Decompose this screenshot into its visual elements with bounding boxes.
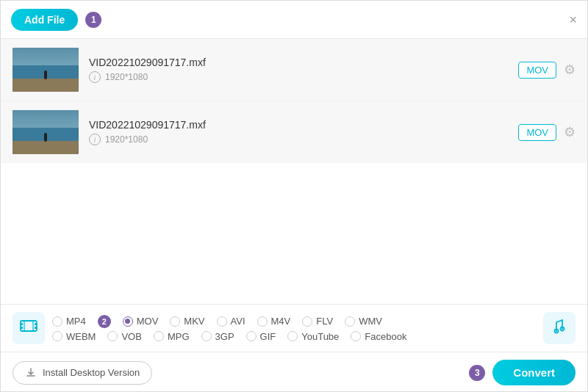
- format-label-vob: VOB: [121, 331, 141, 342]
- add-file-button[interactable]: Add File: [11, 9, 78, 31]
- format-option-webm[interactable]: WEBM: [52, 331, 96, 342]
- file-name-1: VID20221029091717.mxf: [89, 57, 508, 68]
- file-meta-2: i 1920*1080: [89, 134, 508, 145]
- radio-mpg[interactable]: [154, 331, 164, 341]
- badge-3: 3: [469, 365, 485, 381]
- file-thumbnail-1: [12, 48, 79, 92]
- download-icon: [25, 367, 37, 379]
- file-name-2: VID20221029091717.mxf: [89, 119, 508, 131]
- file-actions-1: MOV ⚙: [518, 62, 576, 79]
- settings-icon-2[interactable]: ⚙: [564, 124, 576, 140]
- file-format-badge-2[interactable]: MOV: [518, 124, 556, 141]
- format-bar: MP4 2 MOV MKV AVI: [1, 304, 587, 352]
- svg-rect-3: [35, 323, 37, 325]
- file-resolution-2: 1920*1080: [105, 134, 148, 145]
- format-option-mp4[interactable]: MP4: [52, 316, 86, 327]
- format-label-mpg: MPG: [168, 331, 190, 342]
- format-label-avi: AVI: [231, 316, 245, 327]
- convert-button[interactable]: Convert: [492, 360, 576, 385]
- radio-facebook[interactable]: [351, 331, 361, 341]
- format-label-wmv: WMV: [359, 316, 382, 327]
- radio-gif[interactable]: [246, 331, 257, 341]
- radio-flv[interactable]: [302, 316, 312, 327]
- video-format-icon-box[interactable]: [12, 312, 45, 344]
- empty-area: [1, 172, 587, 305]
- radio-wmv[interactable]: [345, 316, 355, 327]
- svg-rect-2: [21, 327, 23, 329]
- format-option-gif[interactable]: GIF: [246, 331, 276, 342]
- footer: Install Desktop Version 3 Convert: [1, 352, 587, 392]
- svg-rect-4: [35, 327, 37, 329]
- file-item-1: VID20221029091717.mxf i 1920*1080 MOV ⚙: [1, 39, 587, 101]
- file-list: VID20221029091717.mxf i 1920*1080 MOV ⚙ …: [1, 39, 587, 172]
- file-thumbnail-2: [12, 110, 79, 154]
- info-icon-2[interactable]: i: [89, 134, 101, 145]
- radio-mp4[interactable]: [52, 316, 62, 327]
- format-label-3gp: 3GP: [215, 331, 234, 342]
- settings-icon-1[interactable]: ⚙: [564, 62, 576, 78]
- format-label-m4v: M4V: [271, 316, 291, 327]
- format-row-2: WEBM VOB MPG 3GP GIF: [52, 331, 536, 342]
- format-label-webm: WEBM: [66, 331, 96, 342]
- file-actions-2: MOV ⚙: [518, 124, 576, 141]
- film-icon: [18, 316, 39, 341]
- title-bar-left: Add File 1: [11, 9, 101, 31]
- format-option-flv[interactable]: FLV: [302, 316, 333, 327]
- format-option-mov[interactable]: MOV: [123, 316, 159, 327]
- badge-1: 1: [85, 12, 101, 28]
- radio-mkv[interactable]: [170, 316, 180, 327]
- close-button[interactable]: ×: [569, 13, 577, 26]
- format-label-gif: GIF: [260, 331, 276, 342]
- radio-vob[interactable]: [107, 331, 118, 341]
- audio-format-icon-box[interactable]: [543, 312, 576, 344]
- title-bar: Add File 1 ×: [1, 1, 587, 39]
- format-option-3gp[interactable]: 3GP: [201, 331, 234, 342]
- format-option-wmv[interactable]: WMV: [345, 316, 382, 327]
- file-info-2: VID20221029091717.mxf i 1920*1080: [89, 119, 508, 145]
- format-label-mkv: MKV: [184, 316, 204, 327]
- format-option-mpg[interactable]: MPG: [154, 331, 190, 342]
- radio-3gp[interactable]: [201, 331, 212, 341]
- radio-avi[interactable]: [217, 316, 227, 327]
- file-format-badge-1[interactable]: MOV: [518, 62, 556, 79]
- format-option-vob[interactable]: VOB: [107, 331, 141, 342]
- file-item-2: VID20221029091717.mxf i 1920*1080 MOV ⚙: [1, 101, 587, 163]
- footer-right: 3 Convert: [469, 360, 576, 385]
- format-option-facebook[interactable]: Facebook: [351, 331, 406, 342]
- format-option-avi[interactable]: AVI: [217, 316, 245, 327]
- file-resolution-1: 1920*1080: [105, 72, 148, 82]
- info-icon-1[interactable]: i: [89, 71, 101, 83]
- radio-mov-inner: [125, 319, 130, 324]
- format-option-mkv[interactable]: MKV: [170, 316, 204, 327]
- radio-mov[interactable]: [123, 316, 133, 327]
- radio-youtube[interactable]: [287, 331, 298, 341]
- format-label-facebook: Facebook: [365, 331, 406, 342]
- svg-rect-0: [21, 321, 37, 331]
- badge-2: 2: [98, 315, 111, 328]
- file-info-1: VID20221029091717.mxf i 1920*1080: [89, 57, 508, 83]
- file-meta-1: i 1920*1080: [89, 71, 508, 83]
- main-content: VID20221029091717.mxf i 1920*1080 MOV ⚙ …: [1, 39, 587, 392]
- format-option-youtube[interactable]: YouTube: [287, 331, 339, 342]
- format-options: MP4 2 MOV MKV AVI: [52, 315, 536, 342]
- svg-rect-1: [21, 323, 23, 325]
- format-label-flv: FLV: [316, 316, 333, 327]
- format-row-1: MP4 2 MOV MKV AVI: [52, 315, 536, 328]
- music-icon: [549, 316, 570, 341]
- install-label: Install Desktop Version: [43, 367, 140, 378]
- format-option-m4v[interactable]: M4V: [257, 316, 291, 327]
- format-label-mov: MOV: [137, 316, 159, 327]
- format-label-youtube: YouTube: [301, 331, 339, 342]
- radio-m4v[interactable]: [257, 316, 268, 327]
- format-label-mp4: MP4: [66, 316, 86, 327]
- install-desktop-button[interactable]: Install Desktop Version: [12, 361, 152, 385]
- radio-webm[interactable]: [52, 331, 62, 341]
